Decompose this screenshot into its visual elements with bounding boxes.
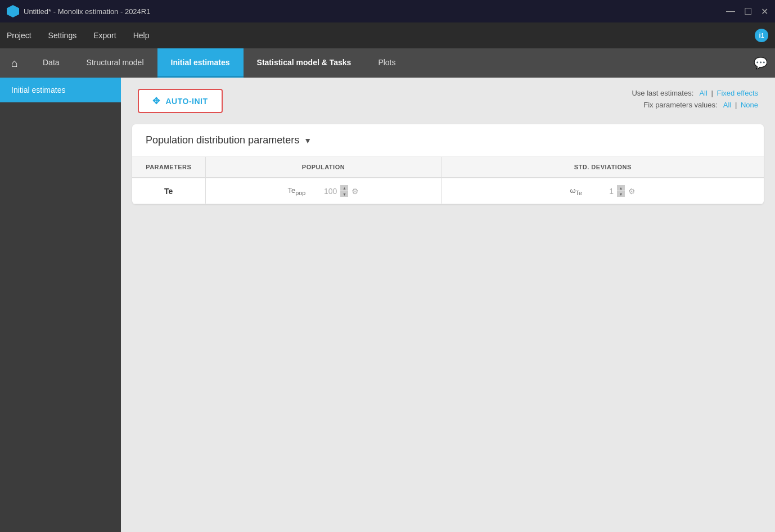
- use-last-all-link[interactable]: All: [699, 89, 707, 97]
- std-spinner-up[interactable]: ▲: [617, 185, 625, 191]
- population-distribution-table: Population distribution parameters ▼ PAR…: [132, 124, 764, 204]
- use-last-fixed-effects-link[interactable]: Fixed effects: [717, 89, 758, 97]
- section-title-arrow[interactable]: ▼: [304, 136, 312, 145]
- tab-initial-estimates[interactable]: Initial estimates: [157, 48, 244, 78]
- minimize-button[interactable]: —: [726, 6, 735, 17]
- std-spinner[interactable]: ▲ ▼: [617, 185, 625, 197]
- sidebar: Initial estimates: [0, 78, 121, 532]
- section-title-text: Population distribution parameters: [146, 134, 299, 146]
- separator-2: |: [735, 101, 737, 109]
- use-last-estimates-panel: Use last estimates: All | Fixed effects …: [632, 89, 758, 109]
- population-spinner-up[interactable]: ▲: [340, 185, 348, 191]
- col-header-std-deviations: STD. DEVIATIONS: [441, 157, 764, 178]
- std-gear-button[interactable]: ⚙: [628, 187, 636, 196]
- maximize-button[interactable]: ☐: [744, 6, 752, 17]
- omega-sub: Te: [576, 189, 582, 196]
- content-area: ✥ AUTO-INIT Use last estimates: All | Fi…: [121, 78, 775, 532]
- omega-label: ωTe: [570, 186, 582, 196]
- home-tab[interactable]: ⌂: [0, 48, 29, 78]
- param-std-cell: ωTe 1 ▲ ▼ ⚙: [441, 178, 764, 204]
- title-bar: Untitled* - Monolix estimation - 2024R1 …: [0, 0, 775, 22]
- close-button[interactable]: ✕: [761, 6, 768, 17]
- fix-params-label: Fix parameters values:: [643, 101, 718, 109]
- menu-project[interactable]: Project: [7, 31, 31, 40]
- menu-settings[interactable]: Settings: [48, 31, 77, 40]
- auto-init-label: AUTO-INIT: [166, 97, 208, 106]
- col-header-parameters: PARAMETERS: [132, 157, 205, 178]
- auto-init-icon: ✥: [152, 96, 160, 106]
- top-controls: ✥ AUTO-INIT Use last estimates: All | Fi…: [121, 78, 775, 119]
- menu-export[interactable]: Export: [93, 31, 116, 40]
- section-title: Population distribution parameters ▼: [132, 124, 764, 157]
- table-row: Te Tepop 100 ▲ ▼ ⚙: [132, 178, 764, 204]
- tab-plots[interactable]: Plots: [364, 48, 409, 78]
- fix-params-all-link[interactable]: All: [723, 101, 731, 109]
- population-gear-button[interactable]: ⚙: [352, 187, 359, 196]
- population-spinner-down[interactable]: ▼: [340, 191, 348, 197]
- std-value-control: ωTe 1 ▲ ▼ ⚙: [456, 185, 751, 197]
- use-last-label: Use last estimates:: [632, 89, 693, 97]
- app-logo: [7, 5, 19, 17]
- population-spinner[interactable]: ▲ ▼: [340, 185, 348, 197]
- pop-label: Tepop: [288, 186, 306, 196]
- param-name-te: Te: [132, 178, 205, 204]
- info-badge[interactable]: i1: [755, 29, 768, 42]
- nav-tabs: ⌂ Data Structural model Initial estimate…: [0, 48, 775, 78]
- col-header-population: POPULATION: [205, 157, 441, 178]
- std-spinner-down[interactable]: ▼: [617, 191, 625, 197]
- tab-statistical-model[interactable]: Statistical model & Tasks: [244, 48, 365, 78]
- main-layout: Initial estimates ✥ AUTO-INIT Use last e…: [0, 78, 775, 532]
- menu-help[interactable]: Help: [133, 31, 150, 40]
- population-value-control: Tepop 100 ▲ ▼ ⚙: [219, 185, 428, 197]
- param-table: PARAMETERS POPULATION STD. DEVIATIONS Te…: [132, 157, 764, 204]
- separator-1: |: [711, 89, 713, 97]
- fix-params-none-link[interactable]: None: [741, 101, 758, 109]
- window-title: Untitled* - Monolix estimation - 2024R1: [24, 7, 150, 16]
- sidebar-item-initial-estimates[interactable]: Initial estimates: [0, 78, 121, 102]
- tab-structural-model[interactable]: Structural model: [73, 48, 157, 78]
- param-pop-cell: Tepop 100 ▲ ▼ ⚙: [205, 178, 441, 204]
- auto-init-button[interactable]: ✥ AUTO-INIT: [138, 89, 223, 113]
- std-value[interactable]: 1: [585, 187, 614, 196]
- pop-sub: pop: [295, 189, 305, 196]
- menu-bar: Project Settings Export Help i1: [0, 22, 775, 48]
- chat-button[interactable]: 💬: [746, 48, 775, 78]
- population-value[interactable]: 100: [309, 187, 337, 196]
- tab-data[interactable]: Data: [29, 48, 73, 78]
